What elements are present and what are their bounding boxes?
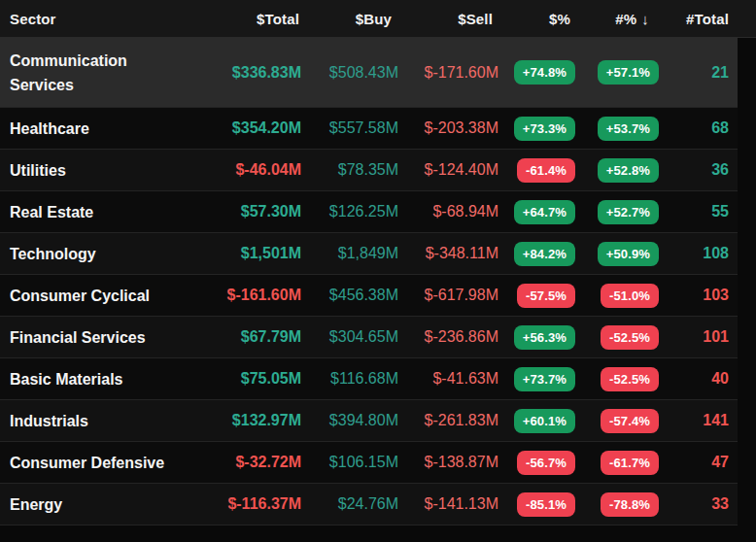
table-row[interactable]: Communication Services $336.83M $508.43M… (0, 38, 738, 108)
count-total-value: 68 (659, 108, 738, 149)
sector-name: Real Estate (0, 191, 199, 232)
dollar-pct-badge: -85.1% (517, 492, 575, 517)
dollar-pct-badge: +74.8% (514, 60, 575, 85)
dollar-buy-value: $456.38M (301, 275, 398, 316)
count-total-value: 55 (659, 191, 738, 232)
count-pct-badge: +50.9% (598, 242, 659, 266)
dollar-pct-cell: +84.2% (498, 233, 575, 274)
table-row[interactable]: Utilities $-46.04M $78.35M $-124.40M -61… (0, 150, 738, 191)
dollar-buy-value: $24.76M (301, 484, 398, 525)
sector-name: Consumer Cyclical (0, 275, 199, 316)
dollar-pct-cell: +73.3% (498, 108, 575, 149)
col-header-count-pct-label: #% (615, 11, 636, 27)
count-pct-badge: +57.1% (598, 60, 659, 85)
table-row[interactable]: Technology $1,501M $1,849M $-348.11M +84… (0, 233, 738, 275)
dollar-total-value: $1,501M (199, 233, 301, 274)
count-pct-cell: +57.1% (575, 38, 659, 107)
dollar-pct-cell: -85.1% (498, 484, 575, 525)
count-pct-badge: -61.7% (601, 451, 659, 475)
table-row[interactable]: Industrials $132.97M $394.80M $-261.83M … (0, 400, 738, 442)
count-pct-badge: +52.8% (598, 158, 659, 183)
col-header-dollar-buy[interactable]: $Buy (301, 0, 398, 37)
dollar-pct-badge: -61.4% (517, 158, 575, 183)
dollar-buy-value: $1,849M (301, 233, 398, 274)
count-pct-cell: +50.9% (575, 233, 659, 274)
dollar-pct-badge: +64.7% (514, 200, 575, 224)
count-total-value: 33 (659, 484, 738, 525)
dollar-sell-value: $-141.13M (398, 484, 498, 525)
sector-name: Energy (0, 484, 199, 525)
col-header-dollar-pct[interactable]: $% (498, 0, 575, 37)
dollar-total-value: $-161.60M (199, 275, 301, 316)
dollar-pct-badge: +73.3% (514, 117, 575, 141)
sector-name: Financial Services (0, 317, 199, 357)
dollar-sell-value: $-124.40M (398, 150, 498, 190)
table-row[interactable]: Basic Materials $75.05M $116.68M $-41.63… (0, 358, 738, 400)
count-pct-badge: -52.5% (601, 325, 659, 350)
col-header-dollar-total[interactable]: $Total (199, 0, 301, 37)
count-pct-cell: -78.8% (575, 484, 659, 525)
dollar-sell-value: $-41.63M (398, 358, 498, 399)
dollar-buy-value: $126.25M (301, 191, 398, 232)
count-total-value: 40 (659, 358, 738, 399)
col-header-dollar-sell[interactable]: $Sell (398, 0, 498, 37)
sector-name: Industrials (0, 400, 199, 441)
dollar-buy-value: $508.43M (301, 38, 398, 107)
count-pct-cell: -52.5% (575, 317, 659, 357)
dollar-sell-value: $-617.98M (398, 275, 498, 316)
sector-name: Consumer Defensive (0, 442, 199, 483)
table-row[interactable]: Consumer Cyclical $-161.60M $456.38M $-6… (0, 275, 738, 317)
col-header-count-total[interactable]: #Total (659, 0, 738, 37)
dollar-pct-badge: +84.2% (514, 242, 575, 266)
dollar-total-value: $67.79M (199, 317, 301, 357)
dollar-pct-cell: -61.4% (498, 150, 575, 190)
count-pct-badge: -57.4% (601, 409, 659, 433)
dollar-pct-cell: +73.7% (498, 358, 575, 399)
dollar-total-value: $57.30M (199, 191, 301, 232)
dollar-pct-badge: +56.3% (514, 325, 575, 350)
count-pct-badge: -51.0% (601, 284, 659, 308)
dollar-sell-value: $-261.83M (398, 400, 498, 441)
sector-name: Technology (0, 233, 199, 274)
dollar-buy-value: $106.15M (301, 442, 398, 483)
dollar-sell-value: $-203.38M (398, 108, 498, 149)
dollar-sell-value: $-68.94M (398, 191, 498, 232)
sector-name: Basic Materials (0, 358, 199, 399)
count-total-value: 108 (659, 233, 738, 274)
count-total-value: 36 (659, 150, 738, 190)
table-row[interactable]: Healthcare $354.20M $557.58M $-203.38M +… (0, 108, 738, 150)
dollar-pct-cell: -57.5% (498, 275, 575, 316)
dollar-buy-value: $304.65M (301, 317, 398, 357)
dollar-buy-value: $557.58M (301, 108, 398, 149)
sort-descending-icon: ↓ (641, 11, 649, 27)
dollar-pct-cell: +74.8% (498, 38, 575, 107)
dollar-pct-cell: +64.7% (498, 191, 575, 232)
table-row[interactable]: Real Estate $57.30M $126.25M $-68.94M +6… (0, 191, 738, 233)
table-row[interactable]: Consumer Defensive $-32.72M $106.15M $-1… (0, 442, 738, 484)
count-pct-cell: -57.4% (575, 400, 659, 441)
table-row[interactable]: Financial Services $67.79M $304.65M $-23… (0, 317, 738, 358)
count-pct-cell: +52.8% (575, 150, 659, 190)
dollar-total-value: $-32.72M (199, 442, 301, 483)
count-total-value: 141 (659, 400, 738, 441)
count-pct-badge: -78.8% (601, 492, 659, 517)
table-body: Communication Services $336.83M $508.43M… (0, 38, 756, 525)
dollar-pct-badge: +73.7% (514, 367, 575, 391)
count-total-value: 103 (659, 275, 738, 316)
dollar-pct-cell: +56.3% (498, 317, 575, 357)
dollar-sell-value: $-236.86M (398, 317, 498, 357)
dollar-pct-badge: -56.7% (517, 451, 575, 475)
dollar-buy-value: $78.35M (301, 150, 398, 190)
sector-name: Communication Services (0, 38, 199, 107)
dollar-sell-value: $-171.60M (398, 38, 498, 107)
table-row[interactable]: Energy $-116.37M $24.76M $-141.13M -85.1… (0, 484, 738, 525)
dollar-total-value: $-116.37M (199, 484, 301, 525)
dollar-total-value: $354.20M (199, 108, 301, 149)
dollar-sell-value: $-348.11M (398, 233, 498, 274)
dollar-total-value: $-46.04M (199, 150, 301, 190)
col-header-sector[interactable]: Sector (0, 0, 199, 37)
col-header-count-pct[interactable]: #% ↓ (575, 0, 659, 37)
count-pct-badge: -52.5% (601, 367, 659, 391)
dollar-pct-cell: -56.7% (498, 442, 575, 483)
table-header: Sector $Total $Buy $Sell $% #% ↓ #Total (0, 0, 756, 38)
